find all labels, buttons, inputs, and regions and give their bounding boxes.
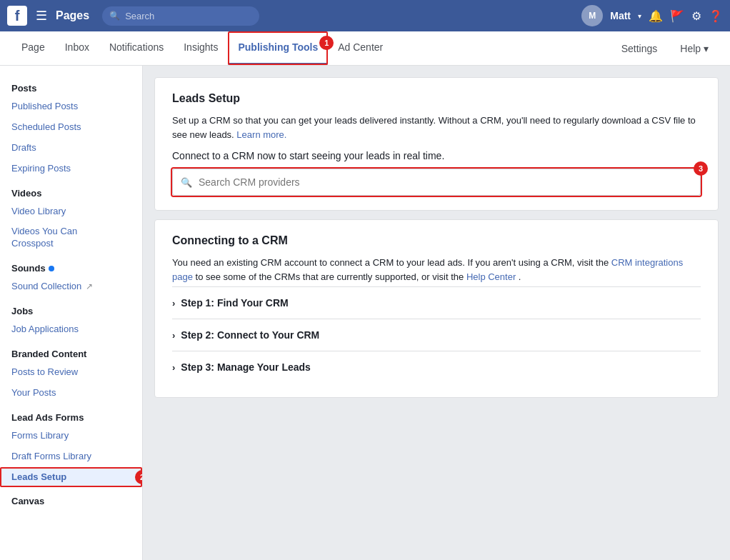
user-caret-icon[interactable]: ▾ <box>638 12 641 20</box>
step-3-label: Step 3: Manage Your Leads <box>181 361 311 373</box>
sidebar-section-posts: Posts <box>0 77 142 96</box>
connect-text: Connect to a CRM now to start seeing you… <box>172 150 701 161</box>
flag-icon[interactable]: 🚩 <box>670 9 684 23</box>
sidebar-item-posts-to-review[interactable]: Posts to Review <box>0 362 142 383</box>
external-link-icon: ↗ <box>86 281 93 293</box>
username-label: Matt <box>610 10 631 21</box>
sidebar-item-your-posts[interactable]: Your Posts <box>0 383 142 404</box>
sidebar-item-scheduled-posts[interactable]: Scheduled Posts <box>0 117 142 138</box>
sidebar: Posts Published Posts Scheduled Posts Dr… <box>0 66 143 560</box>
connecting-crm-card: Connecting to a CRM You need an existing… <box>154 219 719 398</box>
topbar: f ☰ Pages 🔍 M Matt ▾ 🔔 🚩 ⚙ ❓ <box>0 0 730 31</box>
step-1-item[interactable]: › Step 1: Find Your CRM <box>172 286 701 319</box>
leads-setup-title: Leads Setup <box>172 92 701 105</box>
nav-settings[interactable]: Settings <box>611 43 668 54</box>
sidebar-section-lead-ads: Lead Ads Forms <box>0 406 142 426</box>
sidebar-item-job-applications[interactable]: Job Applications <box>0 319 142 340</box>
facebook-logo-icon[interactable]: f <box>7 6 27 26</box>
gear-icon[interactable]: ⚙ <box>691 9 701 23</box>
crm-search-icon: 🔍 <box>181 177 192 188</box>
nav-help[interactable]: Help ▾ <box>670 43 719 54</box>
step-2-label: Step 2: Connect to Your CRM <box>181 329 319 341</box>
sidebar-section-canvas: Canvas <box>0 490 142 509</box>
nav-item-insights[interactable]: Insights <box>174 31 228 65</box>
learn-more-link[interactable]: Learn more. <box>236 129 286 140</box>
help-icon[interactable]: ❓ <box>709 9 723 23</box>
sidebar-item-videos-crosspost[interactable]: Videos You CanCrosspost <box>0 221 142 254</box>
hamburger-icon[interactable]: ☰ <box>36 8 47 24</box>
step-2-item[interactable]: › Step 2: Connect to Your CRM <box>172 319 701 351</box>
topbar-search-input[interactable] <box>102 6 259 26</box>
sidebar-item-drafts[interactable]: Drafts <box>0 138 142 159</box>
nav-item-ad-center[interactable]: Ad Center <box>328 31 393 65</box>
sidebar-section-jobs: Jobs <box>0 300 142 319</box>
nav-item-page[interactable]: Page <box>11 31 55 65</box>
sidebar-item-video-library[interactable]: Video Library <box>0 201 142 222</box>
sidebar-item-leads-setup[interactable]: Leads Setup 2 <box>0 467 142 488</box>
bell-icon[interactable]: 🔔 <box>649 9 663 23</box>
step-2-chevron-icon: › <box>172 330 175 341</box>
crm-search-wrap: 🔍 3 <box>172 169 701 196</box>
sidebar-item-forms-library[interactable]: Forms Library <box>0 426 142 446</box>
sounds-dot <box>49 266 54 271</box>
sidebar-section-videos: Videos <box>0 182 142 201</box>
connecting-crm-description: You need an existing CRM account to conn… <box>172 256 701 284</box>
sidebar-item-published-posts[interactable]: Published Posts <box>0 96 142 117</box>
help-center-link[interactable]: Help Center <box>466 271 516 282</box>
step-1-chevron-icon: › <box>172 298 175 309</box>
avatar[interactable]: M <box>581 5 603 26</box>
topbar-search-icon: 🔍 <box>109 11 120 21</box>
main-content: Leads Setup Set up a CRM so that you can… <box>143 66 730 560</box>
step-3-chevron-icon: › <box>172 362 175 373</box>
sidebar-section-branded-content: Branded Content <box>0 343 142 362</box>
crm-integrations-link[interactable]: CRM integrations page <box>172 257 683 282</box>
nav-right-actions: Settings Help ▾ <box>611 31 719 65</box>
step-1-label: Step 1: Find Your CRM <box>181 297 288 309</box>
topbar-right: M Matt ▾ 🔔 🚩 ⚙ ❓ <box>581 5 723 26</box>
leads-setup-card: Leads Setup Set up a CRM so that you can… <box>154 77 719 211</box>
sidebar-section-sounds: Sounds <box>0 257 142 276</box>
sidebar-item-sound-collection[interactable]: Sound Collection ↗ <box>0 276 142 297</box>
leads-setup-description: Set up a CRM so that you can get your le… <box>172 114 701 141</box>
sidebar-leads-badge: 2 <box>135 470 143 484</box>
step-3-item[interactable]: › Step 3: Manage Your Leads <box>172 351 701 383</box>
nav-item-inbox[interactable]: Inbox <box>55 31 99 65</box>
nav-item-notifications[interactable]: Notifications <box>99 31 174 65</box>
sidebar-item-expiring-posts[interactable]: Expiring Posts <box>0 159 142 179</box>
connecting-crm-title: Connecting to a CRM <box>172 234 701 247</box>
layout: Posts Published Posts Scheduled Posts Dr… <box>0 66 730 560</box>
topbar-search-wrap: 🔍 <box>102 6 259 26</box>
pages-label: Pages <box>56 9 89 22</box>
crm-search-input[interactable] <box>172 169 701 196</box>
crm-search-badge: 3 <box>694 161 708 176</box>
navbar: Page Inbox Notifications Insights Publis… <box>0 31 730 66</box>
sidebar-item-draft-forms-library[interactable]: Draft Forms Library <box>0 446 142 467</box>
nav-item-publishing-tools[interactable]: Publishing Tools 1 <box>228 31 328 65</box>
